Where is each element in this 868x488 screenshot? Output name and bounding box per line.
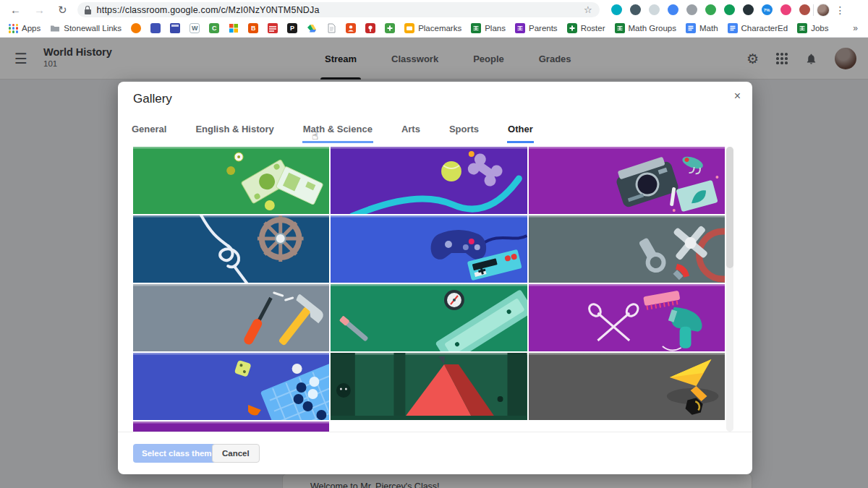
bookmark-stonewall-links[interactable]: Stonewall Links [50,23,122,33]
incognito-extension-icon[interactable] [630,4,641,15]
dialog-footer: Select class theme Cancel [118,432,752,474]
bookmark-letter[interactable]: P [287,23,297,33]
apps-grid-icon [9,24,18,33]
cancel-button[interactable]: Cancel [212,444,260,463]
cast-extension-icon[interactable] [724,4,735,15]
theme-tile-pets[interactable] [331,147,527,214]
theme-tile-carpentry-tools[interactable] [133,284,329,351]
pink-arrow-extension-icon[interactable] [780,4,791,15]
bookmark-math[interactable]: Math [686,23,718,33]
gallery-scrollbar[interactable] [726,147,733,432]
theme-grid [133,147,725,432]
browser-toolbar: ← → ↻ https://classroom.google.com/c/MzI… [0,0,868,20]
browser-profile-avatar[interactable] [817,4,830,17]
bookmark-msgrid[interactable] [229,23,239,33]
bookmark-roster[interactable]: Roster [567,23,605,33]
bookmark-letter[interactable]: B [248,23,258,33]
dark-extension-icon[interactable] [743,4,754,15]
browser-menu-icon[interactable]: ⋮ [835,4,846,16]
bookmarks-bar: Apps Stonewall LinksWCBPPlacemarksPlansP… [0,20,868,38]
percent-badge-extension-icon[interactable]: 7% [762,4,773,15]
blue-yellow-extension-icon[interactable] [668,4,678,15]
green-person-extension-icon[interactable] [705,4,716,15]
gallery-tab-sports[interactable]: Sports [448,124,480,143]
address-bar[interactable]: https://classroom.google.com/c/MzI0NzY0N… [77,2,600,17]
lock-icon [85,6,91,14]
bookmark-person[interactable] [346,23,356,33]
bookmark-charactered[interactable]: CharacterEd [728,23,788,33]
theme-tile-woodworking[interactable] [331,284,527,351]
theme-tile-camping[interactable] [331,353,527,420]
bookmark-doc[interactable] [326,23,336,33]
extensions-strip: 7% [611,4,810,15]
bookmarks-overflow-icon[interactable]: » [853,23,858,33]
theme-tile-auto-repair[interactable] [529,215,725,283]
gallery-tab-other[interactable]: Other [507,124,534,143]
bookmark-circle[interactable] [131,23,141,33]
bookmark-window[interactable] [170,23,180,33]
bookmark-stripes[interactable] [268,23,278,33]
theme-tile-money-economics[interactable] [133,147,329,214]
blocked-extension-icon[interactable] [799,4,810,15]
reload-icon[interactable]: ↻ [58,4,67,15]
theme-tile-photography-hobbies[interactable] [529,147,725,214]
bookmark-letter[interactable]: C [209,23,219,33]
bookmark-apps[interactable]: Apps [9,24,41,33]
bookmark-math-groups[interactable]: Math Groups [615,23,676,33]
gallery-tab-general[interactable]: General [131,124,167,143]
bookmark-letter[interactable]: W [190,23,200,33]
theme-tile-oil-change[interactable] [529,353,725,420]
gallery-tab-arts[interactable]: Arts [401,124,421,143]
theme-tile-sailing-nautical[interactable] [133,215,329,283]
scrollbar-thumb[interactable] [726,147,733,268]
toolbar-divider [813,4,814,16]
teal-extension-icon[interactable] [611,4,622,15]
bookmark-jobs[interactable]: Jobs [797,23,828,33]
dialog-title: Gallery [133,92,172,106]
bookmark-drive[interactable] [307,23,317,33]
gallery-dialog: Gallery × General English & History Math… [118,82,752,474]
bookmark-star-icon[interactable]: ☆ [584,4,592,15]
theme-tile-purple-theme[interactable] [133,421,329,432]
bookmark-placemarks[interactable]: Placemarks [404,23,461,33]
bookmark-square[interactable] [150,23,161,33]
forward-icon[interactable]: → [34,4,45,15]
grid-extension-icon[interactable] [686,4,697,15]
gallery-tab-math-science[interactable]: Math & Science [302,124,373,143]
select-class-theme-button[interactable]: Select class theme [133,444,225,463]
cloud-extension-icon[interactable] [649,4,660,15]
bookmark-pin[interactable] [365,23,375,33]
bookmark-parents[interactable]: Parents [515,23,558,33]
theme-tile-hair-salon[interactable] [529,284,725,351]
url-text[interactable]: https://classroom.google.com/c/MzI0NzY0N… [97,5,320,15]
bookmark-plans[interactable]: Plans [471,23,506,33]
bookmark-plus[interactable] [385,23,395,33]
theme-tile-board-games[interactable] [133,353,329,420]
back-icon[interactable]: ← [10,4,21,15]
gallery-tab-english-history[interactable]: English & History [195,124,274,143]
browser-chrome: ← → ↻ https://classroom.google.com/c/MzI… [0,0,868,38]
theme-tile-video-games[interactable] [331,215,527,283]
close-icon[interactable]: × [734,90,741,103]
classroom-page: ☰ World History 101 Stream Classwork Peo… [0,38,868,488]
gallery-tabs: General English & History Math & Science… [131,124,561,143]
